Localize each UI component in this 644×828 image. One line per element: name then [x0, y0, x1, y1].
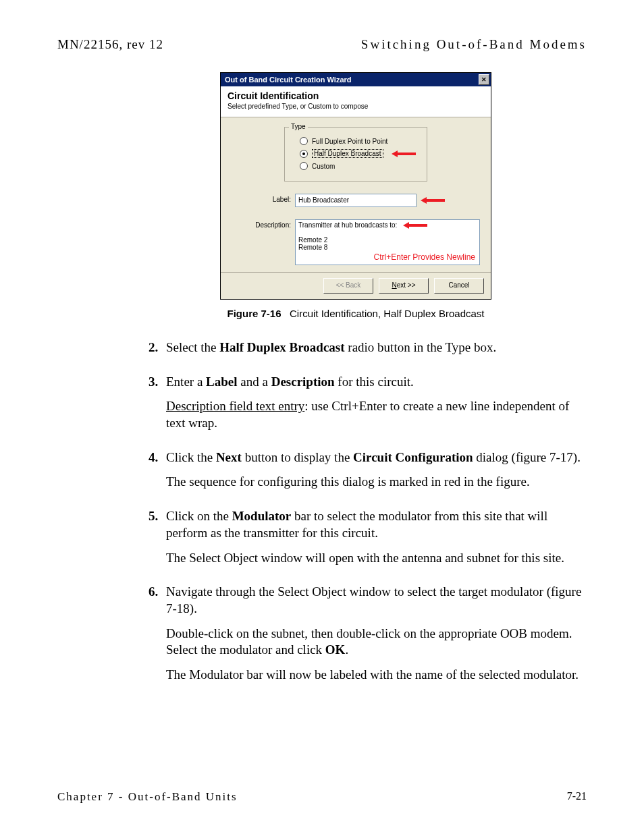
annotation-arrow-icon	[392, 150, 417, 157]
desc-line3: Remote 8	[298, 244, 327, 251]
page-footer: Chapter 7 - Out-of-Band Units 7-21	[57, 790, 587, 804]
label-field-label: Label:	[230, 194, 295, 203]
radio-full-duplex-label: Full Duplex Point to Point	[312, 138, 387, 145]
dialog-titlebar: Out of Band Circuit Creation Wizard ✕	[221, 73, 491, 86]
header-left: MN/22156, rev 12	[57, 37, 163, 52]
dialog-footer: << Back Next >> Cancel	[221, 272, 491, 299]
step-5: 5. Click on the Modulator bar to select …	[149, 508, 587, 574]
dialog-header-panel: Circuit Identification Select predefined…	[221, 86, 491, 117]
description-field-label: Description:	[230, 219, 295, 229]
page-header: MN/22156, rev 12 Switching Out-of-Band M…	[57, 37, 587, 52]
description-textarea[interactable]: Transmitter at hub broadcasts to: Remote…	[295, 219, 480, 265]
body-content: 2. Select the Half Duplex Broadcast radi…	[149, 339, 587, 692]
label-input[interactable]: Hub Broadcaster	[295, 194, 417, 207]
header-right: Switching Out-of-Band Modems	[361, 37, 587, 52]
radio-custom[interactable]	[300, 162, 308, 170]
radio-custom-label: Custom	[312, 163, 335, 170]
next-button[interactable]: Next >>	[379, 278, 429, 294]
type-legend: Type	[289, 123, 308, 130]
close-icon[interactable]: ✕	[479, 74, 489, 85]
radio-half-duplex-label: Half Duplex Broadcast	[312, 149, 383, 158]
figure-caption: Figure 7-16 Circuit Identification, Half…	[125, 308, 587, 319]
step-2: 2. Select the Half Duplex Broadcast radi…	[149, 339, 587, 364]
wizard-dialog: Out of Band Circuit Creation Wizard ✕ Ci…	[220, 72, 491, 300]
newline-annotation: Ctrl+Enter Provides Newline	[374, 252, 475, 262]
type-groupbox: Type Full Duplex Point to Point Half Dup…	[284, 127, 427, 182]
annotation-arrow-icon	[421, 197, 446, 204]
desc-line1: Transmitter at hub broadcasts to:	[298, 221, 397, 229]
footer-right: 7-21	[567, 790, 587, 804]
radio-half-duplex[interactable]	[300, 150, 308, 158]
annotation-arrow-icon	[403, 222, 429, 229]
desc-line2: Remote 2	[298, 236, 327, 244]
dialog-heading: Circuit Identification	[227, 90, 484, 101]
step-3: 3. Enter a Label and a Description for t…	[149, 374, 587, 440]
cancel-button[interactable]: Cancel	[434, 278, 484, 294]
footer-left: Chapter 7 - Out-of-Band Units	[57, 790, 238, 804]
back-button[interactable]: << Back	[323, 278, 373, 294]
dialog-title-text: Out of Band Circuit Creation Wizard	[225, 76, 352, 84]
radio-full-duplex[interactable]	[300, 137, 308, 145]
step-4: 4. Click the Next button to display the …	[149, 449, 587, 499]
step-6: 6. Navigate through the Select Object wi…	[149, 584, 587, 691]
dialog-subheading: Select predefined Type, or Custom to com…	[227, 103, 484, 110]
